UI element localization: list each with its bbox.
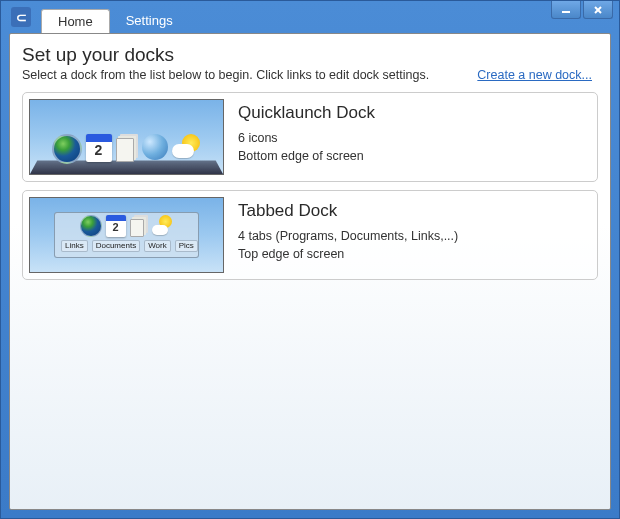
dock-position: Top edge of screen — [238, 245, 458, 263]
globe-icon — [142, 134, 168, 160]
thumb-tab-label: Documents — [92, 240, 140, 252]
thumb-tab-label: Pics — [175, 240, 198, 252]
calendar-icon — [86, 134, 112, 162]
dock-title: Quicklaunch Dock — [238, 103, 375, 123]
close-button[interactable] — [583, 1, 613, 19]
dock-card-quicklaunch[interactable]: Quicklaunch Dock 6 icons Bottom edge of … — [22, 92, 598, 182]
calendar-icon — [106, 215, 126, 237]
create-dock-link[interactable]: Create a new dock... — [477, 68, 592, 82]
documents-icon — [130, 215, 148, 237]
dock-info: Tabbed Dock 4 tabs (Programs, Documents,… — [238, 197, 458, 273]
dock-position: Bottom edge of screen — [238, 147, 375, 165]
start-orb-icon — [80, 215, 102, 237]
window-controls — [551, 1, 613, 19]
content-area: Set up your docks Select a dock from the… — [9, 33, 611, 510]
instruction-text: Select a dock from the list below to beg… — [22, 68, 429, 82]
app-window: ⊂ Home Settings Set up your docks Select… — [0, 0, 620, 519]
tab-strip: Home Settings — [41, 1, 189, 33]
page-title: Set up your docks — [22, 44, 598, 66]
dock-thumbnail — [29, 99, 224, 175]
app-logo-icon: ⊂ — [11, 7, 31, 27]
dock-title: Tabbed Dock — [238, 201, 458, 221]
thumb-tab-label: Work — [144, 240, 171, 252]
minimize-button[interactable] — [551, 1, 581, 19]
start-orb-icon — [52, 134, 82, 164]
tab-settings[interactable]: Settings — [110, 9, 189, 33]
dock-count: 4 tabs (Programs, Documents, Links,...) — [238, 227, 458, 245]
tab-home[interactable]: Home — [41, 9, 110, 33]
weather-icon — [172, 134, 202, 162]
dock-card-tabbed[interactable]: Links Documents Work Pics Tabbed Dock 4 … — [22, 190, 598, 280]
thumb-tab-label: Links — [61, 240, 88, 252]
dock-info: Quicklaunch Dock 6 icons Bottom edge of … — [238, 99, 375, 175]
weather-icon — [152, 215, 174, 237]
titlebar: ⊂ Home Settings — [1, 1, 619, 33]
dock-count: 6 icons — [238, 129, 375, 147]
documents-icon — [116, 134, 138, 162]
dock-thumbnail: Links Documents Work Pics — [29, 197, 224, 273]
instruction-row: Select a dock from the list below to beg… — [22, 68, 598, 82]
